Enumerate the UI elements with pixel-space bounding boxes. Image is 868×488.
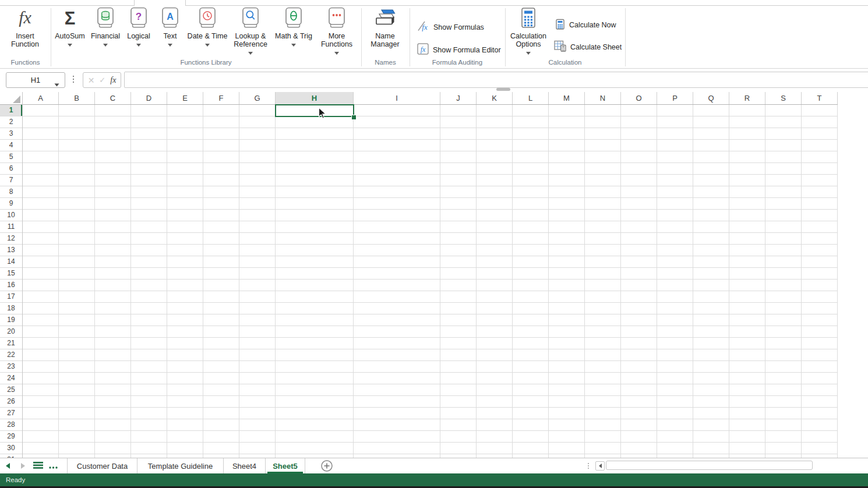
row-header-3[interactable]: 3 — [0, 128, 22, 140]
row-header-14[interactable]: 14 — [0, 256, 22, 268]
row-header-12[interactable]: 12 — [0, 233, 22, 245]
sheet-tab-customer-data[interactable]: Customer Data — [68, 458, 137, 473]
row-header-17[interactable]: 17 — [0, 291, 22, 303]
row-header-1[interactable]: 1 — [0, 105, 22, 116]
insert-function-button[interactable]: fxInsert Function — [1, 7, 49, 62]
horizontal-scrollbar-thumb[interactable] — [606, 461, 813, 470]
row-header-15[interactable]: 15 — [0, 268, 22, 280]
scrollbar-grip-icon[interactable] — [585, 458, 591, 473]
row-header-10[interactable]: 10 — [0, 210, 22, 221]
fill-handle[interactable] — [351, 115, 357, 120]
row-header-20[interactable]: 20 — [0, 326, 22, 338]
logical-button[interactable]: ?Logical — [123, 7, 154, 62]
column-header-S[interactable]: S — [765, 92, 802, 104]
column-header-Q[interactable]: Q — [693, 92, 729, 104]
row-header-6[interactable]: 6 — [0, 163, 22, 175]
group-separator — [410, 8, 410, 66]
add-sheet-button[interactable] — [320, 459, 333, 472]
column-header-M[interactable]: M — [549, 92, 585, 104]
enter-icon[interactable]: ✓ — [99, 76, 105, 84]
row-header-16[interactable]: 16 — [0, 280, 22, 291]
row-header-7[interactable]: 7 — [0, 175, 22, 186]
status-text: Ready — [6, 473, 25, 486]
column-header-N[interactable]: N — [585, 92, 621, 104]
row-header-19[interactable]: 19 — [0, 314, 22, 326]
formula-bar-grip-icon[interactable] — [70, 72, 77, 87]
column-header-B[interactable]: B — [59, 92, 95, 104]
button-label: Name Manager — [364, 32, 407, 48]
more-sheets-icon[interactable] — [45, 461, 61, 471]
column-header-E[interactable]: E — [167, 92, 203, 104]
grid-body[interactable] — [23, 105, 838, 458]
column-header-F[interactable]: F — [203, 92, 239, 104]
column-header-I[interactable]: I — [354, 92, 440, 104]
more-functions-button[interactable]: More Functions — [316, 7, 358, 62]
name-box[interactable]: H1 — [6, 72, 65, 88]
row-header-25[interactable]: 25 — [0, 384, 22, 396]
sheet-tab-sheet4[interactable]: Sheet4 — [224, 458, 266, 473]
prev-sheet-icon[interactable] — [0, 461, 15, 471]
column-header-L[interactable]: L — [513, 92, 549, 104]
calculator-small-icon — [555, 19, 565, 32]
lookup-reference-button[interactable]: Lookup & Reference — [227, 7, 274, 62]
row-header-23[interactable]: 23 — [0, 361, 22, 373]
insert-function-icon[interactable]: fx — [110, 76, 116, 85]
show-formula-editor-button[interactable]: fxShow Formula Editor — [417, 44, 501, 56]
math-trig-button[interactable]: Math & Trig — [269, 7, 319, 62]
gridline — [584, 105, 585, 458]
name-box-dropdown-icon[interactable] — [54, 79, 59, 89]
row-header-26[interactable]: 26 — [0, 396, 22, 408]
row-header-30[interactable]: 30 — [0, 443, 22, 454]
row-header-8[interactable]: 8 — [0, 186, 22, 198]
text-button[interactable]: AText — [156, 7, 185, 62]
row-header-5[interactable]: 5 — [0, 151, 22, 163]
name-manager-button[interactable]: Name Manager — [364, 7, 407, 62]
sheet-tab-label: Sheet5 — [273, 462, 298, 471]
row-header-18[interactable]: 18 — [0, 303, 22, 314]
column-header-C[interactable]: C — [95, 92, 131, 104]
ribbon-tab-strip[interactable] — [0, 0, 868, 6]
formula-input[interactable] — [124, 72, 868, 88]
column-header-D[interactable]: D — [131, 92, 167, 104]
row-header-13[interactable]: 13 — [0, 245, 22, 256]
date-time-button[interactable]: Date & Time — [186, 7, 228, 62]
row-header-22[interactable]: 22 — [0, 349, 22, 361]
hscroll-left-arrow[interactable] — [595, 461, 605, 471]
calculate-now-button[interactable]: Calculate Now — [555, 19, 616, 31]
sheet-tab-template-guideline[interactable]: Template Guideline — [137, 458, 224, 473]
gridline — [239, 105, 239, 458]
sheet-tab-sheet5[interactable]: Sheet5 — [266, 458, 305, 473]
row-header-2[interactable]: 2 — [0, 116, 22, 128]
book-ellipsis-icon — [328, 7, 345, 31]
calculation-options-button[interactable]: Calculation Options — [503, 7, 553, 62]
financial-button[interactable]: Financial — [87, 7, 124, 62]
button-label: Calculation Options — [503, 32, 553, 48]
column-header-O[interactable]: O — [621, 92, 657, 104]
column-header-J[interactable]: J — [440, 92, 477, 104]
row-header-27[interactable]: 27 — [0, 408, 22, 419]
select-all-corner[interactable] — [0, 92, 23, 105]
selected-cell-H1[interactable] — [275, 104, 354, 117]
row-header-28[interactable]: 28 — [0, 419, 22, 431]
column-header-P[interactable]: P — [657, 92, 693, 104]
row-header-24[interactable]: 24 — [0, 373, 22, 384]
column-header-T[interactable]: T — [802, 92, 838, 104]
column-header-A[interactable]: A — [23, 92, 59, 104]
cancel-icon[interactable]: ✕ — [88, 76, 95, 84]
scroll-indicator[interactable] — [496, 88, 510, 91]
sheet-list-icon[interactable] — [30, 461, 45, 471]
column-header-H[interactable]: H — [276, 92, 354, 104]
row-header-11[interactable]: 11 — [0, 221, 22, 233]
group-separator — [361, 8, 362, 66]
row-header-29[interactable]: 29 — [0, 431, 22, 443]
autosum-button[interactable]: ΣAutoSum — [51, 7, 89, 62]
row-header-9[interactable]: 9 — [0, 198, 22, 210]
show-formulas-button[interactable]: fxShow Formulas — [417, 21, 484, 34]
column-header-R[interactable]: R — [729, 92, 765, 104]
next-sheet-icon[interactable] — [15, 461, 30, 471]
calculate-sheet-button[interactable]: Calculate Sheet — [554, 41, 622, 54]
row-header-21[interactable]: 21 — [0, 338, 22, 349]
row-header-4[interactable]: 4 — [0, 140, 22, 151]
column-header-K[interactable]: K — [477, 92, 513, 104]
column-header-G[interactable]: G — [239, 92, 276, 104]
